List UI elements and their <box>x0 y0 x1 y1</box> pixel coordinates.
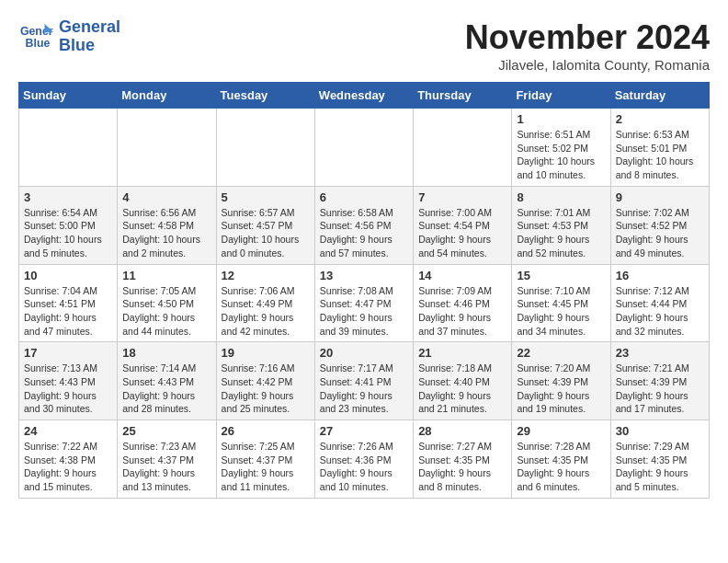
calendar-cell: 12Sunrise: 7:06 AMSunset: 4:49 PMDayligh… <box>216 264 314 342</box>
calendar-cell: 23Sunrise: 7:21 AMSunset: 4:39 PMDayligh… <box>610 342 709 420</box>
day-number: 16 <box>616 269 704 282</box>
calendar-cell: 4Sunrise: 6:56 AMSunset: 4:58 PMDaylight… <box>118 186 216 264</box>
day-number: 1 <box>517 112 605 126</box>
logo-icon: General Blue <box>18 19 53 54</box>
day-info: Sunrise: 7:20 AM <box>517 362 605 375</box>
day-info: Sunrise: 6:53 AM <box>616 128 704 142</box>
day-number: 6 <box>320 190 408 204</box>
day-info: Daylight: 10 hours and 8 minutes. <box>616 155 704 181</box>
day-info: Sunset: 4:43 PM <box>24 375 112 389</box>
calendar-cell: 11Sunrise: 7:05 AMSunset: 4:50 PMDayligh… <box>118 264 216 342</box>
calendar-cell: 25Sunrise: 7:23 AMSunset: 4:37 PMDayligh… <box>118 420 216 499</box>
calendar-cell: 16Sunrise: 7:12 AMSunset: 4:44 PMDayligh… <box>610 264 709 342</box>
calendar-cell: 14Sunrise: 7:09 AMSunset: 4:46 PMDayligh… <box>414 264 512 342</box>
calendar-cell: 6Sunrise: 6:58 AMSunset: 4:56 PMDaylight… <box>314 186 413 264</box>
day-number: 18 <box>122 346 210 360</box>
day-info: Daylight: 9 hours and 11 minutes. <box>222 466 310 493</box>
day-number: 25 <box>122 424 210 438</box>
day-info: Sunrise: 6:54 AM <box>24 206 112 220</box>
calendar-week-row: 3Sunrise: 6:54 AMSunset: 5:00 PMDaylight… <box>19 186 710 264</box>
day-number: 17 <box>24 346 112 360</box>
calendar-cell: 21Sunrise: 7:18 AMSunset: 4:40 PMDayligh… <box>414 342 512 420</box>
day-info: Daylight: 9 hours and 42 minutes. <box>222 311 310 338</box>
day-info: Sunrise: 7:16 AM <box>222 362 310 375</box>
day-number: 21 <box>418 346 506 360</box>
calendar-cell: 22Sunrise: 7:20 AMSunset: 4:39 PMDayligh… <box>512 342 610 420</box>
day-info: Sunset: 4:57 PM <box>222 219 310 233</box>
calendar-body: 1Sunrise: 6:51 AMSunset: 5:02 PMDaylight… <box>19 109 710 499</box>
day-info: Daylight: 9 hours and 34 minutes. <box>517 311 605 338</box>
day-info: Sunset: 4:37 PM <box>222 454 310 467</box>
day-number: 14 <box>418 269 506 282</box>
day-number: 28 <box>418 424 506 438</box>
day-info: Daylight: 9 hours and 47 minutes. <box>24 311 112 338</box>
day-info: Daylight: 9 hours and 57 minutes. <box>320 233 408 259</box>
day-info: Sunset: 4:54 PM <box>418 219 506 233</box>
calendar-header-cell: Sunday <box>19 83 118 109</box>
day-info: Daylight: 9 hours and 44 minutes. <box>122 311 210 338</box>
calendar-cell <box>19 109 118 187</box>
calendar-cell: 15Sunrise: 7:10 AMSunset: 4:45 PMDayligh… <box>512 264 610 342</box>
day-number: 11 <box>122 269 210 282</box>
calendar-cell: 1Sunrise: 6:51 AMSunset: 5:02 PMDaylight… <box>512 109 610 187</box>
day-info: Daylight: 9 hours and 15 minutes. <box>24 466 112 493</box>
day-info: Sunset: 4:40 PM <box>418 375 506 389</box>
day-info: Sunset: 4:47 PM <box>320 297 408 311</box>
day-info: Sunset: 4:39 PM <box>616 375 704 389</box>
day-info: Sunset: 4:46 PM <box>418 297 506 311</box>
day-number: 10 <box>24 269 112 282</box>
day-info: Daylight: 10 hours and 2 minutes. <box>122 233 210 259</box>
header: General Blue General Blue November 2024 … <box>18 18 710 73</box>
calendar-week-row: 10Sunrise: 7:04 AMSunset: 4:51 PMDayligh… <box>19 264 710 342</box>
day-info: Sunset: 5:01 PM <box>616 142 704 155</box>
calendar-cell <box>216 109 314 187</box>
day-info: Sunset: 4:45 PM <box>517 297 605 311</box>
day-info: Sunrise: 7:29 AM <box>616 440 704 454</box>
calendar-cell <box>118 109 216 187</box>
calendar-cell <box>414 109 512 187</box>
day-info: Sunset: 4:58 PM <box>122 219 210 233</box>
day-info: Daylight: 9 hours and 32 minutes. <box>616 311 704 338</box>
day-info: Sunrise: 7:04 AM <box>24 284 112 298</box>
day-info: Sunset: 4:44 PM <box>616 297 704 311</box>
day-info: Sunrise: 7:14 AM <box>122 362 210 375</box>
day-info: Sunrise: 7:10 AM <box>517 284 605 298</box>
calendar-cell: 5Sunrise: 6:57 AMSunset: 4:57 PMDaylight… <box>216 186 314 264</box>
calendar-cell: 13Sunrise: 7:08 AMSunset: 4:47 PMDayligh… <box>314 264 413 342</box>
day-info: Sunset: 4:35 PM <box>418 454 506 467</box>
day-number: 7 <box>418 190 506 204</box>
day-number: 22 <box>517 346 605 360</box>
day-info: Sunrise: 7:09 AM <box>418 284 506 298</box>
calendar-week-row: 24Sunrise: 7:22 AMSunset: 4:38 PMDayligh… <box>19 420 710 499</box>
logo: General Blue General Blue <box>18 18 120 55</box>
day-info: Sunrise: 7:08 AM <box>320 284 408 298</box>
calendar-cell: 3Sunrise: 6:54 AMSunset: 5:00 PMDaylight… <box>19 186 118 264</box>
day-info: Sunset: 4:35 PM <box>517 454 605 467</box>
calendar-cell: 20Sunrise: 7:17 AMSunset: 4:41 PMDayligh… <box>314 342 413 420</box>
day-info: Daylight: 9 hours and 21 minutes. <box>418 389 506 416</box>
day-number: 30 <box>616 424 704 438</box>
day-info: Sunset: 4:52 PM <box>616 219 704 233</box>
day-info: Sunrise: 7:05 AM <box>122 284 210 298</box>
calendar-header-row: SundayMondayTuesdayWednesdayThursdayFrid… <box>19 83 710 109</box>
month-title: November 2024 <box>465 18 710 57</box>
day-info: Sunset: 5:02 PM <box>517 142 605 155</box>
day-number: 13 <box>320 269 408 282</box>
calendar-header-cell: Friday <box>512 83 610 109</box>
svg-text:Blue: Blue <box>26 37 51 50</box>
calendar-cell: 29Sunrise: 7:28 AMSunset: 4:35 PMDayligh… <box>512 420 610 499</box>
day-info: Sunrise: 7:27 AM <box>418 440 506 454</box>
day-info: Daylight: 9 hours and 25 minutes. <box>222 389 310 416</box>
day-info: Sunrise: 7:12 AM <box>616 284 704 298</box>
day-number: 15 <box>517 269 605 282</box>
calendar-cell: 17Sunrise: 7:13 AMSunset: 4:43 PMDayligh… <box>19 342 118 420</box>
calendar-cell: 30Sunrise: 7:29 AMSunset: 4:35 PMDayligh… <box>610 420 709 499</box>
calendar-header-cell: Thursday <box>414 83 512 109</box>
day-info: Sunset: 4:41 PM <box>320 375 408 389</box>
day-number: 12 <box>222 269 310 282</box>
calendar-week-row: 17Sunrise: 7:13 AMSunset: 4:43 PMDayligh… <box>19 342 710 420</box>
calendar-cell: 2Sunrise: 6:53 AMSunset: 5:01 PMDaylight… <box>610 109 709 187</box>
calendar-header-cell: Monday <box>118 83 216 109</box>
day-info: Sunrise: 6:57 AM <box>222 206 310 220</box>
day-info: Sunset: 5:00 PM <box>24 219 112 233</box>
